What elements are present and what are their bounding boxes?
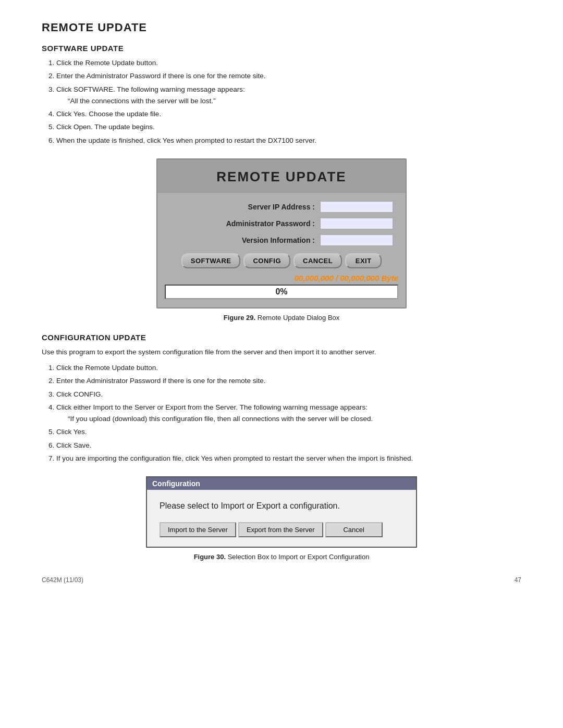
figure29-caption: Figure 29. Remote Update Dialog Box	[42, 314, 521, 322]
config-step-4: Click either Import to the Server or Exp…	[56, 402, 521, 425]
page-title: REMOTE UPDATE	[42, 21, 521, 34]
config-update-heading: CONFIGURATION UPDATE	[42, 333, 521, 342]
figure30-caption: Figure 30. Selection Box to Import or Ex…	[42, 553, 521, 561]
config-cancel-button[interactable]: Cancel	[325, 522, 383, 537]
step-1: Click the Remote Update button.	[56, 58, 521, 68]
config-step-7: If you are importing the configuration f…	[56, 453, 521, 464]
export-button[interactable]: Export from the Server	[238, 522, 323, 537]
config-step-3: Click CONFIG.	[56, 389, 521, 400]
software-update-heading: SOFTWARE UPDATE	[42, 44, 521, 53]
step-2: Enter the Administrator Password if ther…	[56, 71, 521, 81]
dialog-title-bar: REMOTE UPDATE	[157, 159, 406, 193]
config-step-5: Click Yes.	[56, 427, 521, 437]
config-update-section: CONFIGURATION UPDATE Use this program to…	[42, 333, 521, 464]
software-update-steps: Click the Remote Update button. Enter th…	[56, 58, 521, 146]
config-dialog-container: Configuration Please select to Import or…	[42, 476, 521, 548]
exit-button[interactable]: EXIT	[345, 253, 382, 268]
footer-right: 47	[515, 576, 521, 584]
config-update-steps: Click the Remote Update button. Enter th…	[56, 363, 521, 464]
remote-update-dialog-container: REMOTE UPDATE Server IP Address : Admini…	[42, 158, 521, 309]
config-step-1: Click the Remote Update button.	[56, 363, 521, 373]
progress-section: 00,000,000 / 00,000,000 Byte 0%	[157, 274, 406, 299]
config-intro: Use this program to export the system co…	[42, 347, 521, 357]
cancel-button[interactable]: CANCEL	[293, 253, 342, 268]
software-button[interactable]: SOFTWARE	[181, 253, 241, 268]
remote-update-dialog: REMOTE UPDATE Server IP Address : Admini…	[156, 158, 407, 309]
software-update-section: SOFTWARE UPDATE Click the Remote Update …	[42, 44, 521, 146]
step-3: Click SOFTWARE. The following warning me…	[56, 84, 521, 107]
version-info-row: Version Information :	[170, 235, 393, 246]
server-ip-input[interactable]	[320, 201, 393, 213]
version-info-input[interactable]	[320, 235, 393, 246]
step-4: Click Yes. Choose the update file.	[56, 109, 521, 119]
config-warning-quote: “If you upload (download) this configura…	[68, 414, 521, 424]
step-5: Click Open. The update begins.	[56, 122, 521, 132]
dialog-form: Server IP Address : Administrator Passwo…	[157, 193, 406, 246]
config-dialog: Configuration Please select to Import or…	[146, 476, 417, 548]
warning-quote: “All the connections with the server wil…	[68, 96, 521, 106]
progress-bar: 0%	[165, 285, 398, 299]
config-dialog-body: Please select to Import or Export a conf…	[147, 490, 416, 547]
config-dialog-titlebar: Configuration	[147, 477, 416, 490]
progress-label: 0%	[275, 287, 287, 297]
admin-password-label: Administrator Password :	[205, 219, 315, 228]
progress-bytes: 00,000,000 / 00,000,000 Byte	[165, 274, 398, 282]
version-info-label: Version Information :	[205, 236, 315, 244]
server-ip-label: Server IP Address :	[205, 203, 315, 211]
server-ip-row: Server IP Address :	[170, 201, 393, 213]
step-6: When the update is finished, click Yes w…	[56, 135, 521, 146]
admin-password-row: Administrator Password :	[170, 218, 393, 229]
config-dialog-buttons: Import to the Server Export from the Ser…	[160, 522, 403, 537]
footer-left: C642M (11/03)	[42, 576, 83, 584]
dialog-title: REMOTE UPDATE	[216, 169, 346, 184]
config-dialog-text: Please select to Import or Export a conf…	[160, 501, 403, 511]
config-button[interactable]: CONFIG	[243, 253, 290, 268]
page-footer: C642M (11/03) 47	[42, 576, 521, 584]
config-step-2: Enter the Administrator Password if ther…	[56, 376, 521, 386]
admin-password-input[interactable]	[320, 218, 393, 229]
dialog-buttons: SOFTWARE CONFIG CANCEL EXIT	[157, 253, 406, 268]
import-button[interactable]: Import to the Server	[160, 522, 236, 537]
config-step-6: Click Save.	[56, 440, 521, 451]
